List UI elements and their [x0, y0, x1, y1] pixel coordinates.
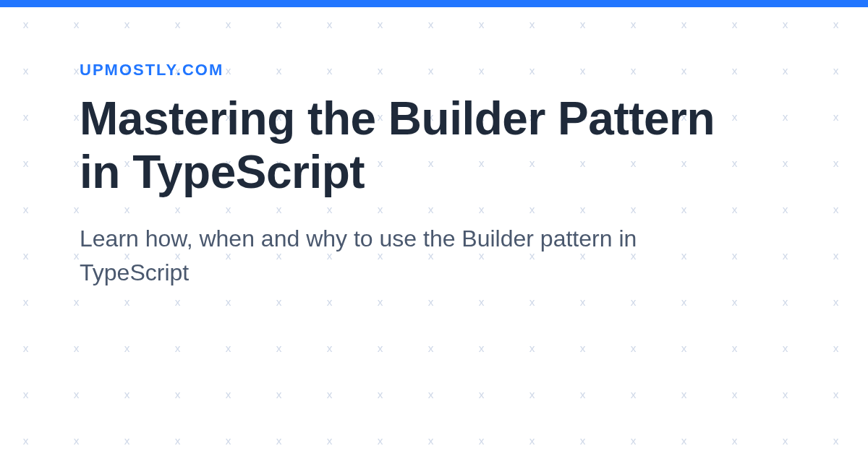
article-title: Mastering the Builder Pattern in TypeScr…	[80, 93, 731, 199]
content-container: UPMOSTLY.COM Mastering the Builder Patte…	[0, 0, 868, 289]
article-subtitle: Learn how, when and why to use the Build…	[80, 222, 745, 289]
site-domain-label: UPMOSTLY.COM	[80, 61, 788, 80]
accent-top-bar	[0, 0, 868, 7]
